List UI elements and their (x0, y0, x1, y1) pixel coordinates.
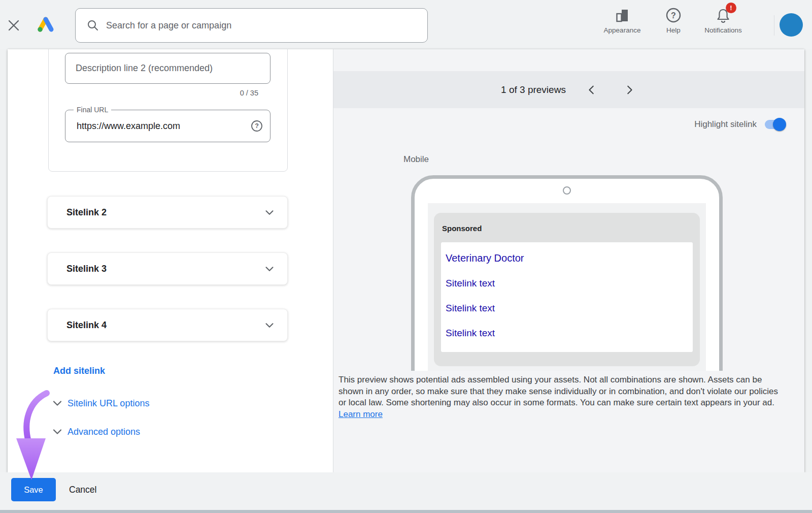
ad-preview-card: Sponsored Veterinary Doctor Sitelink tex… (434, 213, 700, 366)
phone-preview: Sponsored Veterinary Doctor Sitelink tex… (411, 175, 723, 371)
ad-sitelink-link[interactable]: Sitelink text (446, 328, 688, 339)
topbar-divider (774, 15, 774, 36)
sitelink-3-accordion[interactable]: Sitelink 3 (47, 252, 288, 285)
chevron-right-icon (624, 84, 635, 95)
highlight-sitelink-toggle[interactable] (765, 120, 784, 129)
phone-screen: Sponsored Veterinary Doctor Sitelink tex… (428, 203, 706, 371)
sitelink-url-options-label: Sitelink URL options (67, 398, 149, 409)
sitelink-4-label: Sitelink 4 (66, 320, 263, 331)
ad-headline-link[interactable]: Veterinary Doctor (446, 252, 688, 264)
save-button[interactable]: Save (11, 478, 56, 501)
final-url-help-icon[interactable]: ? (251, 120, 263, 132)
device-label: Mobile (403, 154, 429, 165)
add-sitelink-link[interactable]: Add sitelink (53, 366, 105, 376)
ad-sitelink-link[interactable]: Sitelink text (446, 303, 688, 314)
top-bar: Appearance ? Help ! Notifications (0, 0, 812, 49)
search-input[interactable] (106, 20, 427, 31)
phone-frame: Sponsored Veterinary Doctor Sitelink tex… (411, 175, 723, 371)
search-icon (87, 19, 99, 31)
sitelink-2-accordion[interactable]: Sitelink 2 (47, 196, 288, 229)
learn-more-link[interactable]: Learn more (339, 409, 383, 419)
svg-text:?: ? (671, 11, 676, 20)
description-char-counter: 0 / 35 (240, 89, 258, 97)
edit-sitelinks-sheet: 0 / 35 Final URL ? Sitelink 2 Sitelink 3 (8, 49, 804, 472)
advanced-options-toggle[interactable]: Advanced options (51, 426, 140, 438)
final-url-field-wrap: Final URL ? (65, 110, 270, 142)
preview-pager-text: 1 of 3 previews (501, 84, 566, 95)
cancel-button[interactable]: Cancel (67, 478, 98, 501)
appearance-label: Appearance (604, 26, 641, 34)
help-button[interactable]: ? Help (646, 6, 701, 34)
sitelink-4-accordion[interactable]: Sitelink 4 (47, 309, 288, 341)
ad-preview-panel: 1 of 3 previews Highlight sitelink Mobil… (333, 49, 804, 472)
avatar[interactable] (780, 13, 803, 37)
sitelink-1-card: 0 / 35 Final URL ? (48, 49, 288, 172)
bell-icon: ! (715, 6, 732, 24)
toggle-knob (773, 118, 786, 131)
notifications-button[interactable]: ! Notifications (695, 6, 751, 34)
notification-badge: ! (726, 3, 736, 13)
ad-content-card: Veterinary Doctor Sitelink text Sitelink… (441, 242, 693, 352)
sponsored-label: Sponsored (442, 224, 482, 233)
help-label: Help (666, 26, 681, 34)
notifications-label: Notifications (704, 26, 742, 34)
help-icon: ? (665, 6, 682, 24)
preview-pager-bar: 1 of 3 previews (333, 71, 804, 108)
description-line-2-field[interactable] (65, 53, 270, 84)
chevron-left-icon (586, 84, 597, 95)
appearance-button[interactable]: Appearance (594, 6, 650, 34)
sitelink-editor-panel: 0 / 35 Final URL ? Sitelink 2 Sitelink 3 (8, 49, 333, 472)
ad-sitelink-link[interactable]: Sitelink text (446, 278, 688, 289)
disclaimer-text: This preview shows potential ads assembl… (339, 375, 778, 407)
chevron-down-icon (263, 262, 276, 275)
previous-preview-button[interactable] (584, 82, 599, 98)
chevron-down-icon (51, 397, 63, 409)
google-ads-logo-icon (36, 15, 56, 36)
chevron-down-icon (263, 318, 276, 332)
chevron-down-icon (51, 426, 63, 438)
svg-text:?: ? (255, 122, 259, 130)
highlight-sitelink-row: Highlight sitelink (694, 119, 784, 130)
next-preview-button[interactable] (622, 82, 637, 98)
highlight-sitelink-label: Highlight sitelink (694, 119, 757, 130)
chevron-down-icon (263, 206, 276, 219)
action-footer: Save Cancel (0, 472, 812, 510)
window-bottom-edge (0, 510, 812, 513)
sitelink-2-label: Sitelink 2 (66, 207, 263, 218)
close-icon[interactable] (6, 18, 21, 34)
phone-camera-icon (563, 186, 571, 195)
preview-disclaimer: This preview shows potential ads assembl… (339, 374, 785, 420)
appearance-icon (614, 6, 630, 24)
sitelink-3-label: Sitelink 3 (66, 264, 263, 274)
sitelink-url-options-toggle[interactable]: Sitelink URL options (51, 397, 149, 409)
search-box (75, 8, 428, 43)
final-url-field[interactable] (65, 110, 270, 142)
advanced-options-label: Advanced options (67, 427, 140, 437)
